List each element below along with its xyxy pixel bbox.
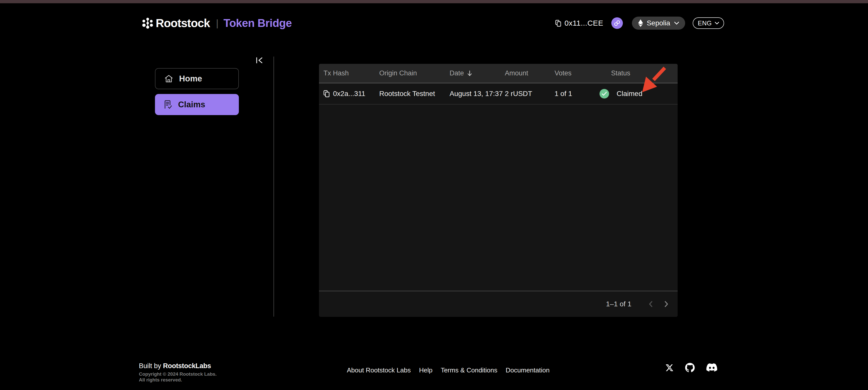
disconnect-wallet-button[interactable] [611,17,623,29]
x-icon [665,364,674,372]
table-pagination: 1–1 of 1 [319,291,678,317]
status-label: Claimed [617,90,643,98]
sidebar-nav: Home Claims [155,68,239,115]
footer-social [665,363,717,372]
discord-link[interactable] [706,363,717,372]
pagination-previous-button[interactable] [648,300,653,308]
chevron-down-icon [674,22,679,25]
ethereum-icon [638,19,643,27]
chevron-right-icon [663,300,669,308]
copy-icon[interactable] [555,20,561,27]
column-header-tx-hash: Tx Hash [323,69,379,77]
built-by-brand: RootstockLabs [163,362,211,370]
sidebar-item-label: Claims [178,100,205,109]
cell-date: August 13, 17:37 [450,90,505,98]
column-header-origin-chain: Origin Chain [379,69,450,77]
rootstock-logo-icon [142,18,153,29]
brand[interactable]: Rootstock | Token Bridge [142,16,292,31]
status-claimed-icon [599,89,609,98]
brand-name: Rootstock [156,16,210,30]
cell-origin-chain: Rootstock Testnet [379,90,450,98]
pagination-next-button[interactable] [663,300,669,308]
footer-links: About Rootstock Labs Help Terms & Condit… [347,366,550,374]
footer-link-terms[interactable]: Terms & Conditions [441,366,497,374]
column-header-votes: Votes [555,69,599,77]
table-row[interactable]: 0x2a...311 Rootstock Testnet August 13, … [319,84,678,104]
header-actions: 0x11...CEE Sepolia ENG [555,16,724,31]
pagination-range-label: 1–1 of 1 [606,300,631,308]
sidebar-item-claims[interactable]: Claims [155,94,239,115]
home-icon [164,74,173,83]
discord-icon [706,363,717,372]
sidebar-item-label: Home [179,74,202,84]
table-header-row: Tx Hash Origin Chain Date Amount Votes S… [319,64,678,84]
cell-amount: 2 rUSDT [505,90,555,98]
column-header-date[interactable]: Date [450,69,505,77]
chevron-left-icon [648,300,653,308]
language-selector[interactable]: ENG [693,17,724,29]
network-label: Sepolia [647,19,670,27]
footer-link-help[interactable]: Help [419,366,432,374]
footer-link-documentation[interactable]: Documentation [505,366,550,374]
brand-product-name: Token Bridge [223,17,292,29]
chevron-down-icon [715,22,719,24]
wallet-address[interactable]: 0x11...CEE [564,19,603,27]
link-icon [613,19,621,27]
claims-table-panel: Tx Hash Origin Chain Date Amount Votes S… [319,64,678,317]
brand-separator: | [216,18,218,29]
table-empty-space [319,104,678,291]
collapse-left-icon [256,57,263,64]
language-label: ENG [698,20,712,27]
copyright-text: Copyright © 2024 Rootstock Labs. All rig… [139,371,217,383]
github-link[interactable] [685,363,695,372]
column-header-amount: Amount [505,69,555,77]
sort-descending-icon [467,70,472,77]
copy-icon[interactable] [323,90,330,97]
cell-tx-hash: 0x2a...311 [323,90,379,98]
sidebar-item-home[interactable]: Home [155,68,239,89]
sidebar-divider [274,57,274,317]
tx-hash-value: 0x2a...311 [333,90,366,98]
footer-credits: Built by RootstockLabs Copyright © 2024 … [139,362,217,383]
github-icon [685,363,695,372]
claims-document-check-icon [164,100,172,109]
column-header-status: Status [599,69,678,77]
built-by-line: Built by RootstockLabs [139,362,217,370]
x-twitter-link[interactable] [665,364,674,372]
footer-link-about[interactable]: About Rootstock Labs [347,366,411,374]
cell-status: Claimed [599,89,678,98]
network-selector[interactable]: Sepolia [632,17,685,30]
cell-votes: 1 of 1 [555,90,599,98]
sidebar-collapse-button[interactable] [256,57,263,64]
wallet-address-chip[interactable]: 0x11...CEE [555,19,603,27]
window-title-strip [0,0,868,3]
